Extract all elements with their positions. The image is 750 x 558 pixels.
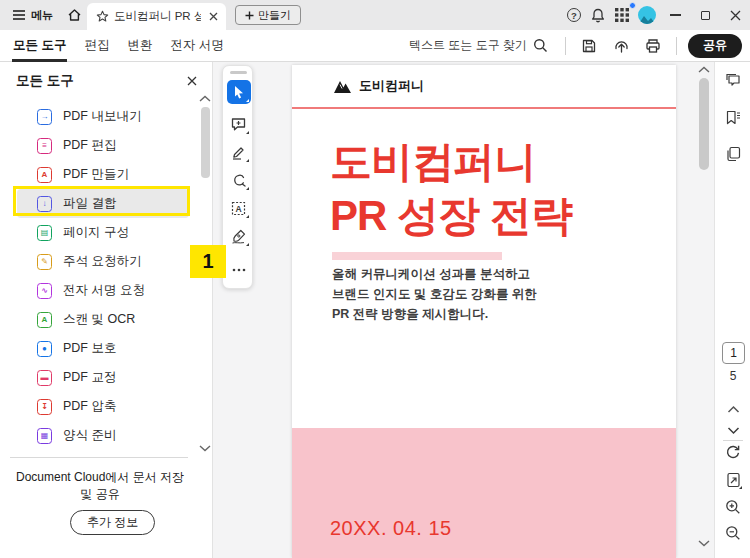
help-button[interactable]: ? <box>563 4 585 26</box>
doc-scroll-down-icon[interactable] <box>697 538 711 548</box>
document-date: 20XX. 04. 15 <box>330 517 452 540</box>
upload-cloud-button[interactable] <box>609 34 633 58</box>
zoom-in-icon <box>725 499 741 515</box>
star-icon[interactable] <box>96 10 109 23</box>
svg-text:A: A <box>235 203 241 213</box>
pages-icon <box>726 146 741 162</box>
maximize-icon <box>701 11 710 20</box>
protect-pdf-icon: ● <box>37 341 52 357</box>
create-pdf-icon: A <box>37 167 52 183</box>
create-tab-button[interactable]: 만들기 <box>235 5 301 25</box>
notifications-button[interactable] <box>587 4 609 26</box>
find-tools-search[interactable]: 텍스트 또는 도구 찾기 <box>409 37 548 54</box>
pdf-page[interactable]: 도비컴퍼니 도비컴퍼니 PR 성장 전략 올해 커뮤니케이션 성과를 분석하고 … <box>292 65 676 558</box>
title-bar: 메뉴 도비컴퍼니 PR 성장 ... 만들기 ? <box>0 0 750 30</box>
next-page-button[interactable] <box>723 420 743 440</box>
sidebar-item-edit-pdf[interactable]: ≡ PDF 편집 <box>16 131 187 160</box>
tab-convert[interactable]: 변환 <box>126 30 153 62</box>
search-icon <box>533 38 548 53</box>
sidebar-item-organize-pages[interactable]: ▤ 페이지 구성 <box>16 218 187 247</box>
pencil-icon <box>231 145 246 160</box>
more-tools-button[interactable] <box>227 258 251 282</box>
user-avatar[interactable] <box>638 6 656 24</box>
current-page-input[interactable]: 1 <box>722 342 745 364</box>
comments-icon <box>725 72 742 88</box>
save-button[interactable] <box>577 34 601 58</box>
title-underline-bar <box>332 252 502 260</box>
close-icon <box>209 12 218 21</box>
home-button[interactable] <box>61 0 87 30</box>
select-tool-button[interactable] <box>227 80 251 104</box>
help-icon: ? <box>567 8 581 22</box>
sidebar-item-protect-pdf[interactable]: ● PDF 보호 <box>16 334 187 363</box>
drag-handle[interactable] <box>230 71 247 74</box>
previous-page-button[interactable] <box>723 399 743 419</box>
close-window-button[interactable] <box>720 0 750 30</box>
tab-esign[interactable]: 전자 서명 <box>169 30 224 62</box>
menu-button[interactable]: 메뉴 <box>0 0 61 30</box>
zoom-in-button[interactable] <box>723 497 743 517</box>
page-thumbnails-button[interactable] <box>723 144 743 164</box>
more-info-button[interactable]: 추가 정보 <box>70 510 155 535</box>
tab-edit[interactable]: 편집 <box>83 30 110 62</box>
tab-title: 도비컴퍼니 PR 성장 ... <box>114 9 201 24</box>
sidebar-scroll-up-icon[interactable] <box>198 94 212 104</box>
bookmarks-panel-button[interactable] <box>723 107 743 127</box>
select-text-box-tool-button[interactable]: A <box>227 196 251 220</box>
fit-page-button[interactable] <box>723 470 743 490</box>
sidebar-item-compress-pdf[interactable]: ↧ PDF 압축 <box>16 392 187 421</box>
print-button[interactable] <box>641 34 665 58</box>
main-toolbar: 모든 도구 편집 변환 전자 서명 텍스트 또는 도구 찾기 <box>0 30 750 62</box>
doc-scroll-up-icon[interactable] <box>697 65 711 75</box>
sidebar-item-combine-files[interactable]: ↓ 파일 결합 <box>17 189 189 218</box>
rail-divider <box>723 440 743 441</box>
sidebar-item-export-pdf[interactable]: → PDF 내보내기 <box>16 102 187 131</box>
sidebar-item-prepare-form[interactable]: ▦ 양식 준비 <box>16 421 187 450</box>
share-button[interactable]: 공유 <box>688 34 742 58</box>
export-pdf-icon: → <box>37 109 52 125</box>
document-cloud-note: Document Cloud에서 문서 저장 및 공유 <box>0 469 200 503</box>
toolbar-divider <box>565 37 566 55</box>
panel-divider <box>10 457 188 458</box>
bookmark-icon <box>725 110 741 125</box>
compress-pdf-icon: ↧ <box>37 399 52 415</box>
minimize-icon <box>670 14 681 15</box>
cloud-upload-icon <box>613 38 630 54</box>
tab-close-button[interactable] <box>206 10 220 24</box>
maximize-button[interactable] <box>690 0 720 30</box>
acrobat-window: 메뉴 도비컴퍼니 PR 성장 ... 만들기 ? <box>0 0 750 558</box>
sidebar-item-request-comments[interactable]: ✎ 주석 요청하기 <box>16 247 187 276</box>
menu-label: 메뉴 <box>31 8 53 23</box>
panel-close-button[interactable] <box>184 73 200 89</box>
bell-icon <box>591 8 605 23</box>
sidebar-scroll-down-icon[interactable] <box>198 443 212 453</box>
panel-header: 모든 도구 <box>16 72 200 90</box>
sidebar-item-scan-ocr[interactable]: A 스캔 및 OCR <box>16 305 187 334</box>
sidebar-item-request-esign[interactable]: ∿ 전자 서명 요청 <box>16 276 187 305</box>
flyout-corner <box>246 243 249 246</box>
all-tools-panel: 모든 도구 → PDF 내보내기 ≡ PDF 편집 A <box>0 62 213 558</box>
add-comment-tool-button[interactable] <box>227 112 251 136</box>
apps-button[interactable] <box>611 4 633 26</box>
request-esign-icon: ∿ <box>37 283 52 299</box>
footer-color-block: 20XX. 04. 15 <box>292 428 676 558</box>
document-title: 도비컴퍼니 PR 성장 전략 <box>330 135 572 243</box>
minimize-button[interactable] <box>660 0 690 30</box>
comments-panel-button[interactable] <box>723 70 743 90</box>
document-tab[interactable]: 도비컴퍼니 PR 성장 ... <box>87 3 226 30</box>
sidebar-scrollbar[interactable] <box>201 107 210 178</box>
doc-scrollbar[interactable] <box>699 78 709 170</box>
draw-tool-button[interactable] <box>227 168 251 192</box>
flyout-corner <box>246 215 249 218</box>
zoom-out-button[interactable] <box>723 523 743 543</box>
sidebar-item-create-pdf[interactable]: A PDF 만들기 <box>16 160 187 189</box>
comment-plus-icon <box>231 117 246 131</box>
tab-all-tools[interactable]: 모든 도구 <box>12 30 67 62</box>
sidebar-item-redact-pdf[interactable]: ▬ PDF 교정 <box>16 363 187 392</box>
organize-pages-icon: ▤ <box>37 225 52 241</box>
fill-sign-tool-button[interactable] <box>227 224 251 248</box>
step-badge: 1 <box>190 245 226 278</box>
tool-list: → PDF 내보내기 ≡ PDF 편집 A PDF 만들기 ↓ 파일 결합 ▤ <box>0 102 196 450</box>
rotate-page-button[interactable] <box>723 442 743 462</box>
highlight-tool-button[interactable] <box>227 140 251 164</box>
